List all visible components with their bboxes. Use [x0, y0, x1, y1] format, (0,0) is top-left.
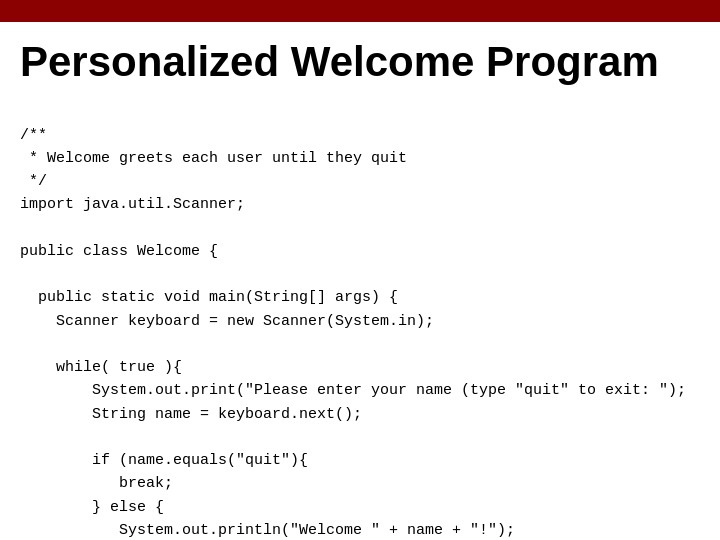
top-bar	[0, 0, 720, 22]
code-block: /** * Welcome greets each user until the…	[20, 100, 700, 540]
main-content: Personalized Welcome Program /** * Welco…	[0, 22, 720, 540]
page-title: Personalized Welcome Program	[20, 38, 700, 86]
